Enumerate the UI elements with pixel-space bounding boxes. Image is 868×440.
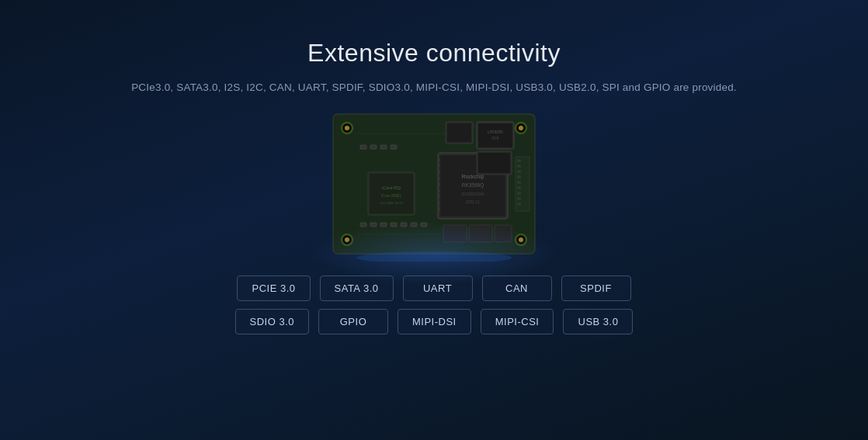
svg-rect-19 — [438, 171, 440, 173]
board-image-container: Rockchip RK3588Q SC200ZSW 2022.11 LPDDR5… — [325, 110, 543, 262]
svg-rect-18 — [438, 165, 440, 167]
svg-rect-31 — [447, 123, 471, 142]
connectivity-badge: SPDIF — [561, 275, 631, 301]
connectivity-badge: MIPI-CSI — [481, 309, 554, 334]
svg-rect-20 — [438, 177, 440, 179]
svg-rect-61 — [469, 225, 492, 242]
connectivity-badge: CAN — [482, 275, 552, 301]
svg-rect-51 — [517, 170, 521, 173]
svg-text:iCore-3588Q: iCore-3588Q — [381, 194, 401, 198]
svg-rect-22 — [438, 189, 440, 192]
svg-rect-27 — [478, 123, 512, 147]
svg-rect-54 — [517, 186, 521, 189]
svg-text:RK3588Q: RK3588Q — [462, 182, 484, 189]
svg-rect-24 — [438, 202, 440, 204]
svg-rect-53 — [517, 181, 521, 184]
connectivity-badge: MIPI-DSI — [398, 309, 471, 334]
page-title: Extensive connectivity — [307, 39, 561, 68]
svg-text:2022.11: 2022.11 — [466, 199, 480, 204]
svg-rect-60 — [443, 225, 467, 242]
svg-text:V1.0  2022.06.09: V1.0 2022.06.09 — [380, 201, 403, 205]
svg-rect-49 — [517, 159, 521, 162]
connectivity-badge: SDIO 3.0 — [235, 309, 309, 334]
svg-text:iCore-I5Q: iCore-I5Q — [382, 185, 401, 190]
svg-rect-43 — [380, 223, 387, 227]
svg-rect-62 — [495, 225, 512, 242]
svg-rect-59 — [478, 153, 510, 173]
page-subtitle: PCIe3.0, SATA3.0, I2S, I2C, CAN, UART, S… — [131, 81, 737, 93]
svg-rect-45 — [401, 223, 407, 227]
svg-rect-23 — [438, 196, 440, 198]
svg-rect-56 — [517, 197, 521, 200]
svg-text:8GB: 8GB — [491, 137, 498, 140]
svg-rect-50 — [517, 165, 521, 168]
connectivity-badge: SATA 3.0 — [320, 275, 394, 301]
badges-container: PCIE 3.0SATA 3.0UARTCANSPDIF SDIO 3.0GPI… — [235, 275, 634, 334]
svg-rect-38 — [370, 145, 377, 149]
svg-rect-17 — [438, 158, 440, 161]
svg-rect-44 — [391, 223, 397, 227]
svg-rect-37 — [360, 145, 366, 149]
svg-point-4 — [519, 126, 523, 130]
svg-rect-40 — [391, 145, 397, 149]
svg-rect-52 — [517, 175, 521, 178]
svg-rect-25 — [438, 208, 440, 210]
svg-point-8 — [519, 237, 523, 242]
svg-rect-46 — [411, 223, 417, 227]
connectivity-badge: USB 3.0 — [563, 309, 633, 334]
svg-text:LPDDR5: LPDDR5 — [488, 130, 503, 134]
svg-rect-39 — [380, 145, 387, 149]
svg-rect-42 — [370, 223, 377, 227]
svg-rect-41 — [360, 223, 366, 227]
connectivity-badge: UART — [403, 275, 473, 301]
svg-text:SC200ZSW: SC200ZSW — [461, 192, 484, 196]
badges-row-1: PCIE 3.0SATA 3.0UARTCANSPDIF — [237, 275, 630, 301]
svg-point-2 — [345, 126, 349, 130]
badges-row-2: SDIO 3.0GPIOMIPI-DSIMIPI-CSIUSB 3.0 — [235, 309, 634, 334]
svg-rect-21 — [438, 183, 440, 185]
connectivity-badge: GPIO — [318, 309, 388, 334]
svg-rect-55 — [517, 192, 521, 195]
svg-rect-47 — [421, 223, 427, 227]
svg-point-6 — [345, 237, 349, 242]
board-svg: Rockchip RK3588Q SC200ZSW 2022.11 LPDDR5… — [325, 110, 543, 262]
svg-rect-57 — [517, 203, 521, 206]
connectivity-badge: PCIE 3.0 — [237, 275, 310, 301]
